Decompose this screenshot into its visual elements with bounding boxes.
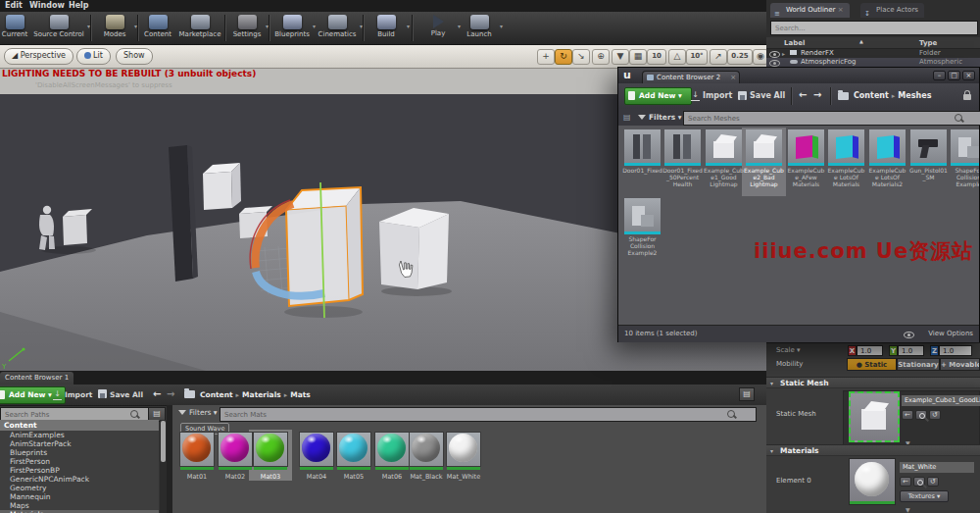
current-button[interactable]: Current — [0, 13, 29, 43]
grid-snap-value[interactable]: 10 — [647, 49, 666, 65]
play-button[interactable]: Play▾ — [419, 13, 457, 43]
outliner-row-atmosphericfog[interactable]: AtmosphericFog Atmospheric — [766, 58, 980, 67]
world-local-toggle[interactable]: ⊕ — [592, 49, 610, 65]
expander-arrow[interactable]: ▼ — [906, 506, 910, 513]
cb2-forward-button[interactable]: → — [813, 89, 821, 100]
cb2-filters-button[interactable]: Filters ▾ — [649, 113, 682, 122]
content-browser-2-window[interactable]: u Content Browser 2 × – □ × Add New ▾ ↓ … — [617, 67, 980, 342]
build-button[interactable]: Build▾ — [366, 13, 407, 43]
asset-mat03-selected[interactable]: Mat03 — [253, 432, 288, 481]
static-mesh-thumbnail[interactable] — [849, 391, 900, 442]
cb2-tab[interactable]: Content Browser 2 × — [642, 71, 740, 83]
tree-item-content[interactable]: Content — [0, 420, 159, 431]
asset-mat06[interactable]: Mat06 — [374, 432, 410, 481]
content-button[interactable]: Content — [139, 13, 176, 43]
lock-icon[interactable] — [963, 94, 971, 100]
asset-mat02[interactable]: Mat02 — [218, 432, 253, 481]
asset-cube-lotsof-materials2[interactable]: ExampleCube LotsOf Materials2 — [867, 129, 907, 188]
asset-cube1-good-lightmap[interactable]: Example_Cube1_Good Lightmap — [704, 129, 744, 188]
scale-z-input[interactable]: 1.0 — [939, 345, 972, 356]
material-asset-name[interactable]: Mat_White — [900, 462, 974, 473]
tab-place-actors[interactable]: ↧Place Actors — [860, 3, 924, 18]
tree-item[interactable]: FirstPerson — [0, 457, 159, 466]
cb1-tree-scrollbar[interactable] — [160, 420, 167, 513]
asset-cube-afew-materials[interactable]: ExampleCube_AFew Materials — [786, 129, 826, 188]
cb2-back-button[interactable]: ← — [799, 89, 807, 100]
materials-section-header[interactable]: ▾Materials — [766, 444, 980, 456]
right-cube-mesh[interactable] — [379, 208, 449, 289]
reset-icon[interactable]: ↺ — [929, 410, 941, 420]
asset-shapefor-collision2[interactable]: ShapeFor Collision Example2 — [622, 198, 662, 257]
cb2-add-new-button[interactable]: Add New ▾ — [624, 87, 692, 105]
show-button[interactable]: Show — [116, 48, 153, 65]
scale-tool-button[interactable]: ↘ — [572, 49, 590, 65]
cb2-breadcrumb[interactable]: Content▸Meshes — [854, 91, 931, 100]
window-close-button[interactable]: × — [962, 71, 975, 80]
outliner-row-folder[interactable]: ▸ RenderFX Folder — [766, 49, 980, 58]
settings-button[interactable]: Settings▾ — [227, 13, 267, 43]
cb1-save-all-button[interactable]: Save All — [110, 390, 143, 399]
textures-dropdown[interactable]: Textures ▾ — [900, 490, 949, 502]
cb1-breadcrumb[interactable]: Content▸Materials▸Mats — [200, 390, 311, 399]
angle-snap-button[interactable]: △ — [668, 49, 686, 65]
scale-snap-button[interactable]: ↗ — [710, 49, 727, 65]
surface-snap-button[interactable]: ▼ — [612, 49, 629, 65]
tab-world-outliner[interactable]: ≡World Outliner × — [770, 3, 850, 18]
use-selected-arrow-icon[interactable]: ← — [900, 477, 911, 487]
asset-gun-pistol01[interactable]: Gun_Pistol01 _SM — [908, 129, 949, 181]
tree-item[interactable]: AnimExamples — [0, 431, 159, 439]
search-mats-input[interactable] — [220, 407, 757, 422]
cinematics-button[interactable]: Cinematics▾ — [315, 13, 360, 43]
view-options-button[interactable]: View Options — [928, 330, 973, 337]
material-thumbnail[interactable] — [849, 458, 896, 505]
menu-edit[interactable]: Edit — [5, 1, 23, 10]
scale-snap-value[interactable]: 0.25 — [727, 49, 753, 65]
scale-label[interactable]: Scale ▾ — [776, 346, 801, 354]
cb1-import-button[interactable]: Import — [65, 390, 92, 399]
rotate-tool-button[interactable]: ↻ — [555, 49, 572, 65]
asset-shapefor-collision[interactable]: ShapeFor Collision Example — [949, 129, 979, 188]
cb2-import-button[interactable]: Import — [703, 91, 732, 100]
cb1-filters-button[interactable]: Filters ▾ — [189, 408, 218, 417]
tree-item[interactable]: GenericNPCAnimPack — [0, 475, 159, 484]
marketplace-button[interactable]: Marketplace — [177, 13, 222, 43]
camera-speed-button[interactable]: ◉ — [753, 49, 766, 65]
scale-x-input[interactable]: 1.0 — [857, 345, 883, 356]
asset-cube2-bad-lightmap-selected[interactable]: Example_Cube2_Bad Lightmap — [744, 129, 784, 188]
view-type-icon[interactable]: ▤ — [623, 113, 631, 122]
cb1-tab[interactable]: Content Browser 1 — [0, 372, 74, 385]
visibility-eye-icon[interactable] — [769, 60, 780, 67]
static-mesh-asset-name[interactable]: Example_Cube1_GoodLightmap — [902, 395, 980, 406]
asset-door01-fixed-50[interactable]: Door01_Fixed_50Percent Health — [662, 129, 703, 188]
browse-magnifier-icon[interactable] — [915, 410, 927, 420]
asset-mat-black[interactable]: Mat_Black — [409, 432, 444, 481]
mobility-movable-button[interactable]: + Movable — [940, 358, 980, 371]
browse-magnifier-icon[interactable] — [913, 477, 925, 487]
modes-button[interactable]: Modes▾ — [94, 13, 135, 43]
asset-door01-fixed[interactable]: Door01_Fixed — [622, 129, 662, 175]
search-meshes-input[interactable] — [683, 111, 980, 126]
reset-icon[interactable]: ↺ — [927, 477, 939, 487]
cb1-settings-icon[interactable]: ▤ — [739, 387, 755, 401]
mobility-stationary-button[interactable]: Stationary — [897, 358, 940, 371]
asset-mat01[interactable]: Mat01 — [179, 432, 215, 481]
tree-item[interactable]: FirstPersonBP — [0, 466, 159, 475]
cb1-back-button[interactable]: ← — [153, 388, 161, 399]
menu-window[interactable]: Window — [29, 1, 65, 10]
use-selected-arrow-icon[interactable]: ← — [902, 410, 913, 420]
tree-item[interactable]: Maps — [0, 501, 159, 510]
visibility-eye-icon[interactable] — [769, 51, 780, 58]
asset-mat05[interactable]: Mat05 — [336, 432, 371, 481]
asset-mat-white[interactable]: Mat_White — [446, 432, 481, 481]
small-cube-mesh[interactable] — [203, 163, 241, 210]
static-mesh-section-header[interactable]: ▾Static Mesh — [766, 377, 980, 388]
blueprints-button[interactable]: Blueprints▾ — [271, 13, 313, 43]
cb2-save-all-button[interactable]: Save All — [750, 91, 785, 100]
menu-help[interactable]: Help — [69, 1, 89, 10]
tree-item[interactable]: Geometry — [0, 484, 159, 492]
scale-y-input[interactable]: 1.0 — [898, 345, 924, 356]
outliner-search-input[interactable] — [770, 21, 978, 35]
angle-snap-value[interactable]: 10° — [686, 49, 708, 65]
tree-item[interactable]: Blueprints — [0, 448, 159, 457]
asset-mat04[interactable]: Mat04 — [299, 432, 334, 481]
